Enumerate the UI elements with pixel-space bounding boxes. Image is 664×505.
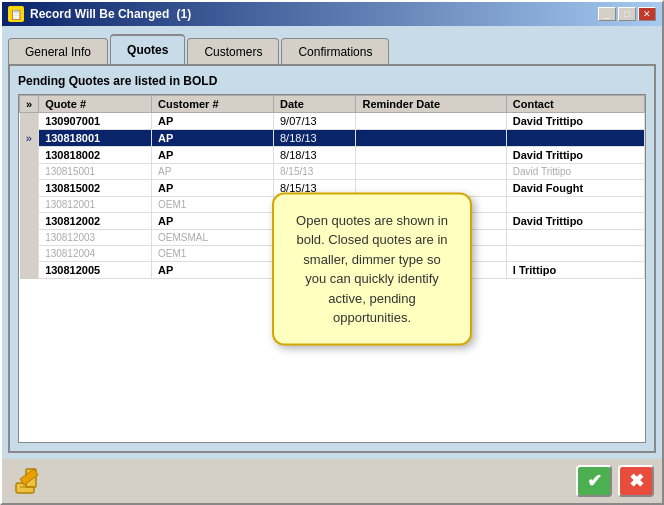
cell-contact xyxy=(506,246,644,262)
cell-reminder xyxy=(356,147,506,164)
cell-contact: David Trittipo xyxy=(506,213,644,230)
cell-quote: 130812004 xyxy=(39,246,152,262)
cell-customer: AP xyxy=(152,130,274,147)
main-window: 📋 Record Will Be Changed (1) _ □ ✕ Gener… xyxy=(0,0,664,505)
cell-customer: AP xyxy=(152,213,274,230)
table-row[interactable]: 130815001AP8/15/13David Trittipo xyxy=(20,164,645,180)
bottom-bar: ✔ ✖ xyxy=(2,459,662,503)
col-customer: Customer # xyxy=(152,96,274,113)
cell-contact: David Trittipo xyxy=(506,147,644,164)
cell-quote: 130818002 xyxy=(39,147,152,164)
cell-customer: AP xyxy=(152,147,274,164)
table-wrapper: » Quote # Customer # Date Reminder Date … xyxy=(18,94,646,443)
cell-date: 8/15/13 xyxy=(274,164,356,180)
row-arrow xyxy=(20,164,39,180)
cell-quote: 130812005 xyxy=(39,262,152,279)
row-arrow xyxy=(20,262,39,279)
ok-button[interactable]: ✔ xyxy=(576,465,612,497)
arrow-header: » xyxy=(20,96,39,113)
cell-customer: OEM1 xyxy=(152,197,274,213)
eraser-icon-svg xyxy=(12,465,44,497)
col-contact: Contact xyxy=(506,96,644,113)
cell-reminder xyxy=(356,164,506,180)
table-row[interactable]: 130907001AP9/07/13David Trittipo xyxy=(20,113,645,130)
cell-customer: AP xyxy=(152,262,274,279)
cell-contact: David Trittipo xyxy=(506,113,644,130)
cell-reminder xyxy=(356,113,506,130)
content-area: General Info Quotes Customers Confirmati… xyxy=(2,26,662,459)
cell-customer: AP xyxy=(152,113,274,130)
tab-quotes[interactable]: Quotes xyxy=(110,34,185,64)
table-row[interactable]: 130818002AP8/18/13David Trittipo xyxy=(20,147,645,164)
app-icon: 📋 xyxy=(8,6,24,22)
tab-general-info[interactable]: General Info xyxy=(8,38,108,64)
bottom-right-buttons: ✔ ✖ xyxy=(576,465,654,497)
cell-reminder xyxy=(356,130,506,147)
cell-contact xyxy=(506,197,644,213)
row-arrow xyxy=(20,213,39,230)
cell-contact xyxy=(506,230,644,246)
cell-quote: 130812003 xyxy=(39,230,152,246)
window-title: Record Will Be Changed (1) xyxy=(30,7,191,21)
title-bar: 📋 Record Will Be Changed (1) _ □ ✕ xyxy=(2,2,662,26)
row-arrow xyxy=(20,113,39,130)
col-date: Date xyxy=(274,96,356,113)
close-button[interactable]: ✕ xyxy=(638,7,656,21)
tab-confirmations[interactable]: Confirmations xyxy=(281,38,389,64)
cell-date: 8/18/13 xyxy=(274,147,356,164)
cell-contact: David Fought xyxy=(506,180,644,197)
title-bar-left: 📋 Record Will Be Changed (1) xyxy=(8,6,191,22)
panel-header: Pending Quotes are listed in BOLD xyxy=(18,74,646,88)
row-arrow xyxy=(20,180,39,197)
cell-quote: 130812001 xyxy=(39,197,152,213)
cell-quote: 130812002 xyxy=(39,213,152,230)
cell-contact: David Trittipo xyxy=(506,164,644,180)
row-arrow xyxy=(20,147,39,164)
title-bar-buttons: _ □ ✕ xyxy=(598,7,656,21)
cell-quote: 130907001 xyxy=(39,113,152,130)
row-arrow xyxy=(20,230,39,246)
eraser-button[interactable] xyxy=(10,463,46,499)
maximize-button[interactable]: □ xyxy=(618,7,636,21)
cell-customer: AP xyxy=(152,164,274,180)
cell-quote: 130815002 xyxy=(39,180,152,197)
row-arrow: » xyxy=(20,130,39,147)
cell-quote: 130818001 xyxy=(39,130,152,147)
cell-customer: OEMSMAL xyxy=(152,230,274,246)
tooltip-popup: Open quotes are shown in bold. Closed qu… xyxy=(272,192,472,345)
tabs-container: General Info Quotes Customers Confirmati… xyxy=(8,32,656,64)
cell-date: 9/07/13 xyxy=(274,113,356,130)
cell-customer: AP xyxy=(152,180,274,197)
col-quote: Quote # xyxy=(39,96,152,113)
tab-customers[interactable]: Customers xyxy=(187,38,279,64)
minimize-button[interactable]: _ xyxy=(598,7,616,21)
cell-customer: OEM1 xyxy=(152,246,274,262)
cell-contact xyxy=(506,130,644,147)
row-arrow xyxy=(20,246,39,262)
cell-date: 8/18/13 xyxy=(274,130,356,147)
col-reminder: Reminder Date xyxy=(356,96,506,113)
cancel-button[interactable]: ✖ xyxy=(618,465,654,497)
cell-quote: 130815001 xyxy=(39,164,152,180)
row-arrow xyxy=(20,197,39,213)
table-row[interactable]: »130818001AP8/18/13 xyxy=(20,130,645,147)
cell-contact: l Trittipo xyxy=(506,262,644,279)
tab-panel-quotes: Pending Quotes are listed in BOLD » Quot… xyxy=(8,64,656,453)
